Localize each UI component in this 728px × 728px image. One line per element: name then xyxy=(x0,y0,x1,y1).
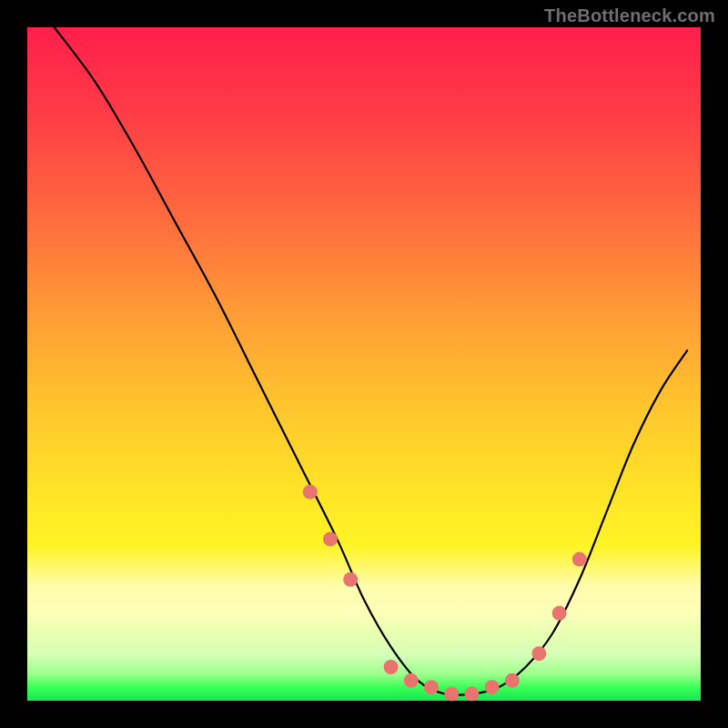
chart-frame: TheBottleneck.com xyxy=(0,0,728,728)
curve-marker xyxy=(424,680,439,694)
curve-marker xyxy=(485,680,500,694)
curve-marker xyxy=(384,660,399,674)
marker-layer xyxy=(303,485,587,702)
curve-marker xyxy=(464,687,479,702)
curve-marker xyxy=(531,646,546,661)
curve-marker xyxy=(552,606,567,621)
chart-svg xyxy=(27,27,701,701)
curve-marker xyxy=(505,673,520,688)
chart-plot-area xyxy=(27,27,701,701)
curve-marker xyxy=(343,572,358,587)
bottleneck-curve xyxy=(55,27,688,695)
curve-marker xyxy=(444,687,459,702)
attribution-label: TheBottleneck.com xyxy=(544,5,715,26)
curve-marker xyxy=(404,673,419,688)
curve-marker xyxy=(572,552,587,567)
curve-marker xyxy=(303,485,318,500)
curve-marker xyxy=(323,531,338,546)
